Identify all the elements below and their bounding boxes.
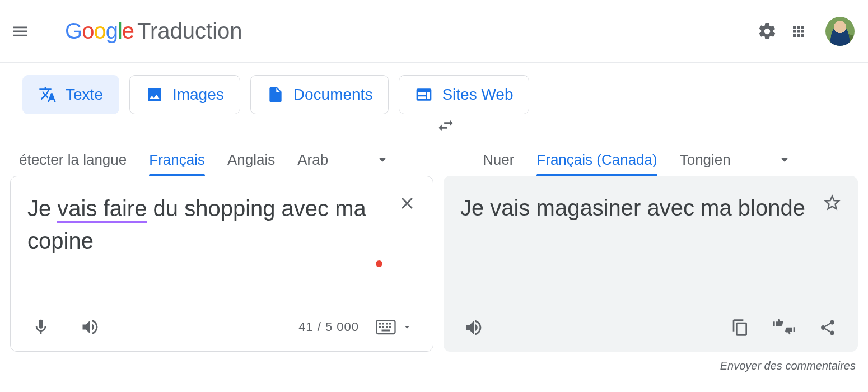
svg-rect-5 bbox=[379, 326, 381, 328]
tab-images[interactable]: Images bbox=[129, 75, 240, 114]
web-icon bbox=[415, 86, 433, 104]
recording-indicator-icon bbox=[376, 260, 382, 267]
listen-target-button[interactable] bbox=[460, 314, 487, 341]
svg-rect-1 bbox=[379, 323, 381, 325]
settings-button[interactable] bbox=[754, 18, 781, 45]
target-lang-3[interactable]: Tongien bbox=[669, 143, 742, 176]
listen-source-button[interactable] bbox=[77, 314, 104, 340]
svg-rect-2 bbox=[382, 323, 384, 325]
copy-translation-button[interactable] bbox=[727, 314, 754, 341]
clear-input-button[interactable] bbox=[394, 190, 421, 217]
menu-button[interactable] bbox=[7, 18, 34, 45]
keyboard-icon bbox=[376, 319, 396, 335]
tab-documents-label: Documents bbox=[293, 86, 373, 104]
source-lang-detect[interactable]: étecter la langue bbox=[19, 143, 138, 176]
account-avatar[interactable] bbox=[825, 17, 855, 46]
tab-text[interactable]: Texte bbox=[22, 75, 119, 114]
source-text-input[interactable]: Je vais faire du shopping avec ma copine bbox=[27, 192, 386, 257]
share-translation-button[interactable] bbox=[814, 314, 841, 341]
source-lang-3[interactable]: Arab bbox=[286, 143, 339, 176]
input-type-tabs: Texte Images Documents Sites Web bbox=[0, 63, 868, 114]
translate-icon bbox=[39, 86, 57, 104]
source-lang-2[interactable]: Anglais bbox=[216, 143, 286, 176]
file-icon bbox=[267, 86, 284, 104]
header: Google Traduction bbox=[0, 0, 868, 63]
tab-text-label: Texte bbox=[66, 86, 103, 104]
apps-button[interactable] bbox=[785, 18, 812, 45]
target-lang-more[interactable] bbox=[768, 143, 801, 176]
target-lang-1[interactable]: Nuer bbox=[472, 143, 525, 176]
target-panel: Je vais magasiner avec ma blonde bbox=[444, 176, 858, 352]
target-language-bar: Nuer Français (Canada) Tongien bbox=[432, 143, 868, 176]
logo[interactable]: Google Traduction bbox=[65, 18, 242, 44]
input-method-button[interactable] bbox=[372, 317, 416, 337]
tab-websites-label: Sites Web bbox=[442, 86, 513, 104]
svg-rect-4 bbox=[389, 323, 391, 325]
spellcheck-underline: vais faire bbox=[57, 196, 147, 223]
source-lang-1[interactable]: Français bbox=[138, 143, 216, 176]
image-icon bbox=[146, 86, 164, 104]
source-panel: Je vais faire du shopping avec ma copine… bbox=[10, 176, 433, 352]
target-lang-2[interactable]: Français (Canada) bbox=[525, 143, 668, 176]
character-count: 41 / 5 000 bbox=[298, 320, 359, 334]
svg-rect-9 bbox=[382, 330, 390, 332]
svg-rect-6 bbox=[382, 326, 384, 328]
svg-rect-3 bbox=[386, 323, 388, 325]
swap-languages-button[interactable] bbox=[432, 112, 459, 139]
tab-images-label: Images bbox=[172, 86, 224, 104]
send-feedback-link[interactable]: Envoyer des commentaires bbox=[0, 352, 868, 372]
translation-output: Je vais magasiner avec ma blonde bbox=[460, 192, 819, 224]
voice-input-button[interactable] bbox=[27, 314, 54, 340]
source-language-bar: étecter la langue Français Anglais Arab bbox=[0, 143, 432, 176]
svg-rect-7 bbox=[386, 326, 388, 328]
tab-websites[interactable]: Sites Web bbox=[399, 75, 529, 114]
save-translation-button[interactable] bbox=[819, 189, 846, 216]
rate-translation-button[interactable] bbox=[771, 314, 797, 341]
svg-rect-8 bbox=[389, 326, 391, 328]
chevron-down-icon bbox=[402, 321, 413, 333]
tab-documents[interactable]: Documents bbox=[250, 75, 389, 114]
source-lang-more[interactable] bbox=[366, 143, 399, 176]
product-name: Traduction bbox=[137, 18, 242, 44]
google-logo: Google bbox=[65, 18, 134, 44]
